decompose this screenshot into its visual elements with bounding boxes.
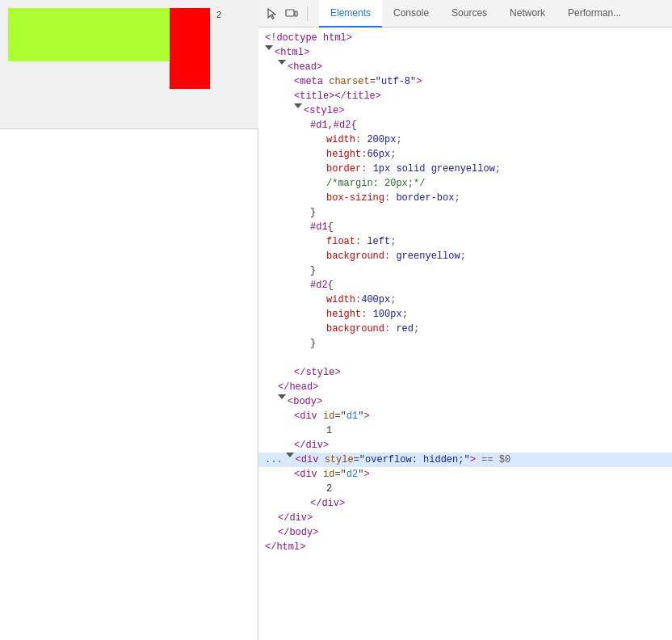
code-line-close3: } <box>258 336 672 351</box>
code-line-html: <html> <box>258 45 672 60</box>
code-line-div-d1: <div id="d1"> <box>258 409 672 423</box>
code-line-body: <body> <box>258 394 672 409</box>
code-line-close2: } <box>258 263 672 278</box>
tab-elements[interactable]: Elements <box>319 0 382 27</box>
code-line-close1: } <box>258 205 672 220</box>
code-line-width-d2: width:400px; <box>258 293 672 307</box>
expand-hidden-div[interactable] <box>286 453 294 457</box>
preview-area: 1 2 <box>0 0 258 640</box>
code-line-outer-close: </div> <box>258 511 672 525</box>
svg-rect-0 <box>286 10 294 16</box>
devtools-panel: Elements Console Sources Network Perform… <box>258 0 672 640</box>
code-line-head: <head> <box>258 60 672 74</box>
d2-number: 2 <box>216 10 221 19</box>
toolbar-icons <box>265 6 311 21</box>
code-line-style-close: </style> <box>258 365 672 380</box>
code-line-text1: 1 <box>258 423 672 438</box>
tab-bar: Elements Console Sources Network Perform… <box>258 0 672 27</box>
code-line-comment: /*margin: 20px;*/ <box>258 176 672 191</box>
code-line-height: height:66px; <box>258 147 672 162</box>
code-line-border: border: 1px solid greenyellow; <box>258 162 672 176</box>
code-line-div-d2: <div id="d2"> <box>258 467 672 482</box>
code-line-div-d2-close: </div> <box>258 496 672 511</box>
d2-box <box>170 8 210 89</box>
expand-style[interactable] <box>294 103 302 108</box>
inspect-icon[interactable] <box>265 6 279 21</box>
code-line-head-close: </head> <box>258 380 672 394</box>
code-line-float: float: left; <box>258 234 672 249</box>
d1-box <box>8 8 170 61</box>
main-layout: 1 2 <box>0 0 672 640</box>
code-line-body-close: </body> <box>258 525 672 540</box>
expand-body[interactable] <box>278 394 286 399</box>
code-line-text2: 2 <box>258 482 672 496</box>
code-line-selector1: #d1,#d2{ <box>258 118 672 133</box>
code-line-selector-d1: #d1{ <box>258 220 672 234</box>
tab-sources[interactable]: Sources <box>440 0 498 27</box>
code-line-bg-d1: background: greenyellow; <box>258 249 672 263</box>
code-line-boxsizing: box-sizing: border-box; <box>258 191 672 205</box>
device-toggle-icon[interactable] <box>284 6 299 21</box>
rendered-preview: 1 2 <box>0 0 258 129</box>
code-line-doctype: <!doctype html> <box>258 31 672 45</box>
code-line-width: width: 200px; <box>258 133 672 147</box>
code-line-html-close: </html> <box>258 540 672 554</box>
expand-head[interactable] <box>278 60 286 65</box>
code-line-blank <box>258 351 672 365</box>
code-line-title: <title></title> <box>258 89 672 103</box>
code-line-selector-d2: #d2{ <box>258 278 672 293</box>
code-line-highlighted[interactable]: ... <div style="overflow: hidden;"> == $… <box>258 453 672 467</box>
code-line-style: <style> <box>258 103 672 118</box>
code-line-div-d1-close: </div> <box>258 438 672 453</box>
code-line-height-d2: height: 100px; <box>258 307 672 322</box>
divider <box>307 6 308 21</box>
code-panel[interactable]: <!doctype html> <html> <head> <meta char… <box>258 27 672 640</box>
tab-network[interactable]: Network <box>498 0 556 27</box>
svg-rect-1 <box>295 11 297 16</box>
tab-performance[interactable]: Performan... <box>556 0 632 27</box>
code-line-bg-d2: background: red; <box>258 322 672 336</box>
expand-html[interactable] <box>265 45 273 50</box>
tab-console[interactable]: Console <box>382 0 440 27</box>
dots: ... <box>265 453 283 467</box>
code-line-meta: <meta charset="utf-8"> <box>258 74 672 89</box>
